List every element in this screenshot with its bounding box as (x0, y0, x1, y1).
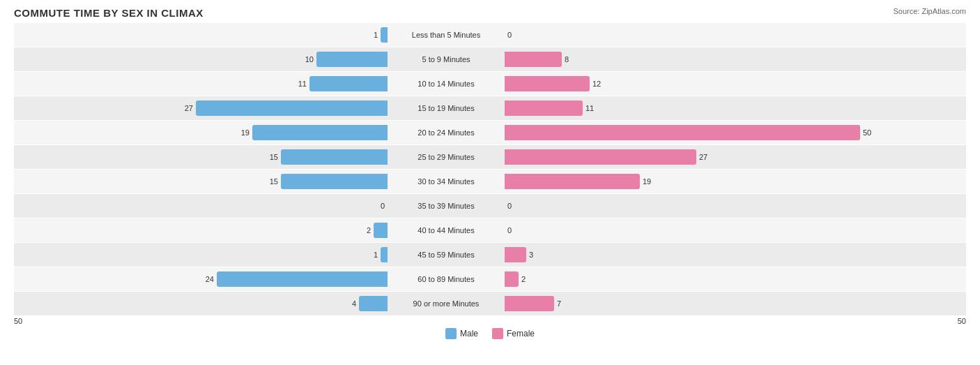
right-section: 0 (502, 198, 878, 214)
legend-male-box (445, 328, 457, 339)
row-label: 40 to 44 Minutes (390, 226, 502, 234)
left-section: 2 (14, 223, 390, 238)
chart-title: COMMUTE TIME BY SEX IN CLIMAX (14, 7, 966, 19)
female-bar (505, 247, 526, 262)
female-bar (505, 52, 562, 67)
female-bar (505, 100, 583, 116)
table-row: 27 15 to 19 Minutes 11 (14, 96, 966, 120)
row-label: 20 to 24 Minutes (390, 128, 502, 137)
right-section: 0 (502, 223, 878, 238)
male-value: 15 (270, 153, 278, 161)
bottom-labels: 50 50 (14, 317, 966, 325)
row-label: 60 to 89 Minutes (390, 275, 502, 283)
left-section: 0 (14, 198, 390, 214)
male-value: 1 (374, 31, 378, 39)
right-section: 3 (502, 247, 878, 262)
male-bar (381, 27, 388, 43)
right-section: 0 (502, 27, 878, 43)
left-section: 19 (14, 125, 390, 140)
left-section: 27 (14, 100, 390, 116)
bottom-right-label: 50 (958, 317, 966, 325)
row-label: 30 to 34 Minutes (390, 177, 502, 186)
male-bar (252, 125, 388, 140)
male-value: 19 (241, 128, 250, 137)
female-bar (505, 125, 860, 140)
female-value: 8 (565, 55, 569, 64)
left-section: 15 (14, 174, 390, 189)
male-value: 2 (367, 226, 371, 234)
legend-male-label: Male (460, 329, 478, 338)
male-value: 24 (206, 275, 214, 283)
female-bar (505, 174, 640, 189)
right-section: 19 (502, 174, 878, 189)
table-row: 19 20 to 24 Minutes 50 (14, 121, 966, 144)
female-value: 12 (592, 80, 601, 88)
male-value: 4 (352, 299, 356, 308)
male-bar (281, 174, 388, 189)
left-section: 15 (14, 149, 390, 165)
right-section: 27 (502, 149, 878, 165)
male-bar (217, 271, 388, 287)
female-value: 50 (863, 128, 871, 137)
source-text: Source: ZipAtlas.com (893, 7, 966, 15)
male-value: 0 (381, 202, 385, 210)
male-value: 11 (298, 80, 307, 88)
legend-female-label: Female (507, 329, 535, 338)
row-label: 10 to 14 Minutes (390, 80, 502, 88)
left-section: 10 (14, 52, 390, 67)
row-label: 35 to 39 Minutes (390, 202, 502, 210)
row-label: 5 to 9 Minutes (390, 55, 502, 64)
table-row: 2 40 to 44 Minutes 0 (14, 218, 966, 242)
right-section: 2 (502, 271, 878, 287)
male-value: 1 (374, 251, 378, 259)
legend-female: Female (492, 328, 535, 339)
chart-area: 1 Less than 5 Minutes 0 10 5 to 9 Minute… (14, 23, 966, 315)
left-section: 4 (14, 296, 390, 311)
table-row: 1 45 to 59 Minutes 3 (14, 243, 966, 267)
female-bar (505, 149, 696, 165)
right-section: 7 (502, 296, 878, 311)
legend-female-box (492, 328, 503, 339)
row-label: 45 to 59 Minutes (390, 251, 502, 259)
table-row: 24 60 to 89 Minutes 2 (14, 267, 966, 291)
male-value: 15 (270, 177, 278, 186)
female-value: 3 (529, 251, 533, 259)
female-bar (505, 296, 554, 311)
legend-male: Male (445, 328, 478, 339)
female-bar (505, 76, 590, 91)
male-bar (381, 247, 388, 262)
female-value: 27 (699, 153, 707, 161)
male-value: 27 (185, 104, 193, 112)
female-value: 11 (585, 104, 594, 112)
male-bar (196, 100, 388, 116)
table-row: 0 35 to 39 Minutes 0 (14, 194, 966, 218)
legend: Male Female (14, 328, 966, 339)
female-value: 0 (507, 202, 512, 210)
male-bar (316, 52, 388, 67)
bottom-left-label: 50 (14, 317, 22, 325)
male-bar (374, 223, 388, 238)
table-row: 15 25 to 29 Minutes 27 (14, 145, 966, 169)
male-bar (309, 76, 388, 91)
female-value: 0 (507, 226, 512, 234)
table-row: 11 10 to 14 Minutes 12 (14, 72, 966, 96)
female-value: 7 (557, 299, 561, 308)
female-value: 19 (643, 177, 651, 186)
row-label: 15 to 19 Minutes (390, 104, 502, 112)
left-section: 1 (14, 27, 390, 43)
row-label: 90 or more Minutes (390, 299, 502, 308)
right-section: 50 (502, 125, 878, 140)
row-label: 25 to 29 Minutes (390, 153, 502, 161)
female-bar (505, 271, 519, 287)
right-section: 8 (502, 52, 878, 67)
table-row: 10 5 to 9 Minutes 8 (14, 47, 966, 71)
table-row: 15 30 to 34 Minutes 19 (14, 170, 966, 193)
left-section: 1 (14, 247, 390, 262)
female-value: 0 (507, 31, 512, 39)
row-label: Less than 5 Minutes (390, 31, 502, 39)
right-section: 11 (502, 100, 878, 116)
male-value: 10 (305, 55, 314, 64)
male-bar (359, 296, 388, 311)
left-section: 24 (14, 271, 390, 287)
female-value: 2 (521, 275, 526, 283)
